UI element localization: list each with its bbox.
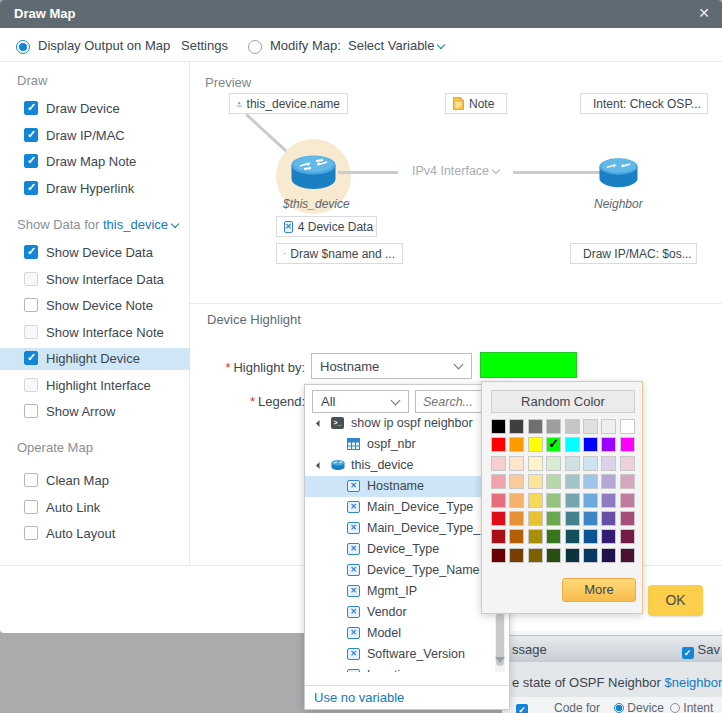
highlight-by-dropdown[interactable]: Hostname: [311, 353, 472, 379]
color-swatch-b6d7a8[interactable]: [546, 474, 561, 489]
color-swatch-ead1dc[interactable]: [620, 456, 635, 471]
random-color-button[interactable]: Random Color: [491, 390, 635, 413]
checkbox-icon[interactable]: [24, 298, 38, 312]
checkbox-icon[interactable]: [24, 325, 38, 339]
color-swatch-b45f06[interactable]: [509, 529, 524, 544]
color-swatch-6aa84f[interactable]: [546, 511, 561, 526]
color-swatch-9900ff[interactable]: [601, 437, 616, 452]
color-swatch-0c343d[interactable]: [565, 548, 580, 563]
color-swatch-fce5cd[interactable]: [509, 456, 524, 471]
sidebar-item-draw-device[interactable]: Draw Device: [0, 98, 190, 120]
modify-map-radio[interactable]: [248, 37, 262, 55]
device-name-box[interactable]: this_device.name: [229, 93, 348, 114]
color-swatch-707070[interactable]: [528, 419, 543, 434]
color-swatch-d0e0e3[interactable]: [565, 456, 580, 471]
color-swatch-3d85c6[interactable]: [583, 511, 598, 526]
color-swatch-ffffff[interactable]: [620, 419, 635, 434]
checkbox-checked-icon[interactable]: [24, 154, 38, 168]
tree-item-software-version[interactable]: ✕Software_Version: [305, 644, 493, 665]
color-swatch-000000[interactable]: [491, 419, 506, 434]
sidebar-item-highlight-device[interactable]: Highlight Device: [0, 348, 190, 370]
tree-expander-icon[interactable]: [316, 420, 323, 427]
legend-filter-dropdown[interactable]: All: [312, 390, 409, 413]
tree-item-main-device-type[interactable]: ✕Main_Device_Type: [305, 497, 493, 518]
color-swatch-8e7cc3[interactable]: [601, 493, 616, 508]
color-swatch-674ea7[interactable]: [601, 511, 616, 526]
color-swatch-f9cb9c[interactable]: [509, 474, 524, 489]
device-data-box[interactable]: ✕ 4 Device Data: [276, 216, 377, 237]
sidebar-item-show-device-data[interactable]: Show Device Data: [0, 242, 190, 264]
color-swatch-ff9900[interactable]: [509, 437, 524, 452]
tree-item-this-device[interactable]: this_device: [305, 455, 493, 476]
color-swatch-b4a7d6[interactable]: [601, 474, 616, 489]
checkbox-checked-icon[interactable]: [24, 128, 38, 142]
color-swatch-690005[interactable]: [491, 548, 506, 563]
sidebar-item-show-interface-note[interactable]: Show Interface Note: [0, 322, 190, 344]
color-swatch-073763[interactable]: [583, 548, 598, 563]
intent-box[interactable]: Intent: Check OSP...: [580, 93, 708, 114]
color-swatch-f8cdd2[interactable]: [491, 456, 506, 471]
scroll-down-icon[interactable]: [495, 657, 505, 663]
color-swatch-38761d[interactable]: [546, 529, 561, 544]
color-swatch-9fc5e8[interactable]: [583, 474, 598, 489]
sidebar-item-show-device-note[interactable]: Show Device Note: [0, 295, 190, 317]
color-swatch-e76e7c[interactable]: [491, 493, 506, 508]
use-no-variable-link[interactable]: Use no variable: [314, 690, 404, 705]
checkbox-icon[interactable]: [24, 526, 38, 540]
checkbox-icon[interactable]: [24, 473, 38, 487]
tree-expander-icon[interactable]: [316, 462, 323, 469]
color-swatch-f8d858[interactable]: [528, 493, 543, 508]
color-swatch-7f6000[interactable]: [528, 548, 543, 563]
color-swatch-0000ff[interactable]: [583, 437, 598, 452]
color-swatch-134f5c[interactable]: [565, 529, 580, 544]
sidebar-item-highlight-interface[interactable]: Highlight Interface: [0, 375, 190, 397]
color-swatch-d9ead3[interactable]: [546, 456, 561, 471]
sidebar-item-draw-hyperlink[interactable]: Draw Hyperlink: [0, 178, 190, 200]
color-swatch-ffff00[interactable]: [528, 437, 543, 452]
this-device-router-icon[interactable]: [290, 154, 337, 191]
color-swatch-0b5394[interactable]: [583, 529, 598, 544]
tree-item-model[interactable]: ✕Model: [305, 623, 493, 644]
color-swatch-741b47[interactable]: [620, 529, 635, 544]
tree-item-location[interactable]: ✕Location: [305, 665, 493, 672]
draw-ipmac-box[interactable]: Draw IP/MAC: $os...: [570, 243, 697, 264]
color-swatch-20124d[interactable]: [601, 548, 616, 563]
display-output-radio[interactable]: [16, 37, 30, 55]
tree-item-device-type[interactable]: ✕Device_Type: [305, 539, 493, 560]
sidebar-item-draw-map-note[interactable]: Draw Map Note: [0, 151, 190, 173]
color-swatch-a64d79[interactable]: [620, 511, 635, 526]
color-swatch-76a5af[interactable]: [565, 493, 580, 508]
neighbor-router-icon[interactable]: [598, 157, 639, 189]
color-swatch-fdf2cc[interactable]: [528, 456, 543, 471]
color-swatch-783f04[interactable]: [509, 548, 524, 563]
color-swatch-a98e0a[interactable]: [528, 529, 543, 544]
checkbox-icon[interactable]: [24, 500, 38, 514]
highlight-color-swatch[interactable]: [480, 352, 577, 378]
tree-item-hostname[interactable]: ✕Hostname: [305, 476, 493, 497]
color-swatch-dd0d1b[interactable]: [491, 511, 506, 526]
checkbox-checked-icon[interactable]: [24, 351, 38, 365]
color-swatch-f1a3ac[interactable]: [491, 474, 506, 489]
color-swatch-ff00ff[interactable]: [620, 437, 635, 452]
sidebar-item-show-arrow[interactable]: Show Arrow: [0, 401, 190, 423]
checkbox-icon[interactable]: [24, 404, 38, 418]
tree-item-vendor[interactable]: ✕Vendor: [305, 602, 493, 623]
color-swatch-93c47d[interactable]: [546, 493, 561, 508]
interface-dropdown[interactable]: IPv4 Interface: [398, 164, 513, 178]
color-swatch-c6c6c6[interactable]: [565, 419, 580, 434]
color-swatch-351c75[interactable]: [601, 529, 616, 544]
sidebar-item-auto-layout[interactable]: Auto Layout: [0, 523, 190, 545]
draw-name-box[interactable]: Draw $name and ...: [276, 243, 403, 264]
checkbox-checked-icon[interactable]: [24, 101, 38, 115]
color-swatch-e8c32e[interactable]: [528, 511, 543, 526]
color-swatch-a2c4c9[interactable]: [565, 474, 580, 489]
background-save-checkbox[interactable]: ✓Sav: [682, 642, 720, 659]
close-icon[interactable]: ✕: [698, 5, 710, 21]
tree-item-show-ip-ospf-neighbor[interactable]: >_show ip ospf neighbor: [305, 413, 493, 434]
sidebar-item-auto-link[interactable]: Auto Link: [0, 497, 190, 519]
checkbox-icon[interactable]: [24, 272, 38, 286]
color-swatch-e0e0e0[interactable]: [583, 419, 598, 434]
tree-item-main-device-type-name[interactable]: ✕Main_Device_Type_Name: [305, 518, 493, 539]
color-swatch-6fa8dc[interactable]: [583, 493, 598, 508]
color-swatch-cfe2f3[interactable]: [583, 456, 598, 471]
